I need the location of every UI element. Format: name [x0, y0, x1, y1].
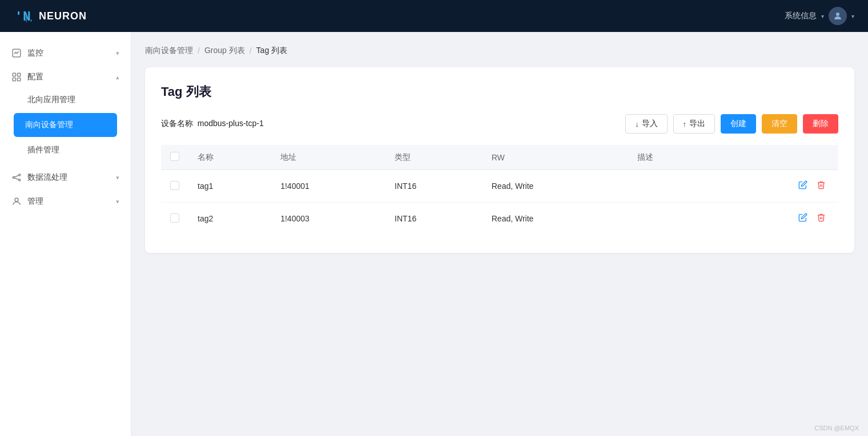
system-info-menu[interactable]: 系统信息 ▾ ▾ — [785, 7, 854, 25]
svg-point-8 — [13, 177, 14, 179]
main-content: 南向设备管理 / Group 列表 / Tag 列表 Tag 列表 设备名称 m… — [131, 32, 868, 436]
select-all-checkbox[interactable] — [170, 152, 179, 161]
row-address: 1!40001 — [271, 170, 385, 203]
col-header-address: 地址 — [271, 145, 385, 170]
row-checkbox-1[interactable] — [170, 213, 179, 223]
sidebar-label-config: 配置 — [27, 72, 43, 82]
svg-rect-4 — [13, 73, 15, 76]
sidebar-label-monitor: 监控 — [27, 48, 43, 58]
svg-rect-5 — [18, 73, 21, 76]
row-rw: Read, Write — [483, 170, 629, 203]
svg-text:|,: |, — [24, 14, 34, 22]
breadcrumb-sep-2: / — [250, 46, 252, 55]
row-name: tag2 — [188, 203, 271, 235]
row-name: tag1 — [188, 170, 271, 203]
system-info-chevron: ▾ — [821, 13, 824, 19]
breadcrumb: 南向设备管理 / Group 列表 / Tag 列表 — [145, 46, 854, 56]
toolbar: 设备名称 modbus-plus-tcp-1 ↓ 导入 ↑ 导出 创建 清空 — [161, 114, 838, 134]
col-header-type: 类型 — [385, 145, 483, 170]
svg-point-10 — [19, 179, 21, 181]
row-address: 1!40003 — [271, 203, 385, 235]
delete-button[interactable]: 删除 — [803, 114, 838, 134]
topnav: 'N |, NEURON 系统信息 ▾ ▾ — [0, 0, 868, 32]
export-button[interactable]: ↑ 导出 — [673, 114, 716, 134]
row-desc — [628, 203, 711, 235]
breadcrumb-south-device[interactable]: 南向设备管理 — [145, 46, 193, 56]
sidebar-item-manage[interactable]: 管理 ▾ — [0, 189, 131, 213]
col-header-desc: 描述 — [628, 145, 711, 170]
row-checkbox-0[interactable] — [170, 181, 179, 190]
row-rw: Read, Write — [483, 203, 629, 235]
tag-table: 名称 地址 类型 RW 描述 tag1 1!40001 INT16 Read, … — [161, 145, 838, 235]
create-button[interactable]: 创建 — [721, 114, 756, 134]
row-type: INT16 — [385, 203, 483, 235]
sidebar-label-plugin: 插件管理 — [27, 145, 59, 154]
sidebar-item-config[interactable]: 配置 ▴ — [0, 65, 131, 89]
row-actions — [712, 170, 838, 203]
svg-line-11 — [14, 175, 19, 177]
chart-icon — [11, 48, 22, 58]
col-header-name: 名称 — [188, 145, 271, 170]
delete-row-button-1[interactable] — [813, 211, 829, 227]
logo[interactable]: 'N |, NEURON — [14, 6, 87, 26]
export-icon: ↑ — [683, 120, 687, 128]
svg-point-13 — [15, 198, 18, 201]
import-icon: ↓ — [635, 120, 639, 128]
sidebar-label-dataflow: 数据流处理 — [27, 172, 67, 183]
svg-line-12 — [14, 178, 19, 180]
sidebar-item-north-app[interactable]: 北向应用管理 — [0, 89, 131, 111]
edit-button-0[interactable] — [795, 178, 811, 194]
svg-rect-7 — [18, 78, 21, 81]
manage-chevron: ▾ — [116, 198, 119, 205]
table-row: tag2 1!40003 INT16 Read, Write — [161, 203, 838, 235]
device-info: 设备名称 modbus-plus-tcp-1 — [161, 119, 264, 129]
sidebar-item-south-device[interactable]: 南向设备管理 — [14, 113, 117, 137]
import-button[interactable]: ↓ 导入 — [625, 114, 668, 134]
row-checkbox-cell — [161, 170, 188, 203]
row-type: INT16 — [385, 170, 483, 203]
user-avatar[interactable] — [829, 7, 847, 25]
sidebar-label-south-device: 南向设备管理 — [25, 120, 73, 130]
sidebar-label-manage: 管理 — [27, 196, 43, 207]
logo-text: NEURON — [39, 10, 87, 22]
col-header-actions — [712, 145, 838, 170]
breadcrumb-group-list[interactable]: Group 列表 — [204, 46, 245, 56]
device-name: modbus-plus-tcp-1 — [198, 119, 264, 128]
sidebar: 监控 ▾ 配置 ▴ 北向应用管理 南向设备管理 插件管理 — [0, 32, 131, 436]
watermark: CSDN @EMQX — [814, 425, 859, 431]
user-icon — [11, 196, 22, 207]
sidebar-item-monitor[interactable]: 监控 ▾ — [0, 41, 131, 65]
system-info-label: 系统信息 — [785, 11, 817, 21]
clear-button[interactable]: 清空 — [762, 114, 797, 134]
breadcrumb-tag-list: Tag 列表 — [256, 46, 287, 56]
config-chevron: ▴ — [116, 74, 119, 81]
flow-icon — [11, 172, 22, 183]
row-checkbox-cell — [161, 203, 188, 235]
monitor-chevron: ▾ — [116, 50, 119, 57]
sidebar-item-dataflow[interactable]: 数据流处理 ▾ — [0, 165, 131, 189]
sidebar-label-north-app: 北向应用管理 — [27, 95, 75, 104]
row-desc — [628, 170, 711, 203]
table-row: tag1 1!40001 INT16 Read, Write — [161, 170, 838, 203]
dataflow-chevron: ▾ — [116, 174, 119, 181]
user-chevron: ▾ — [851, 13, 854, 19]
breadcrumb-sep-1: / — [198, 46, 200, 55]
sidebar-item-plugin[interactable]: 插件管理 — [0, 139, 131, 161]
svg-point-2 — [836, 13, 839, 16]
edit-button-1[interactable] — [795, 211, 811, 227]
col-header-rw: RW — [483, 145, 629, 170]
tag-list-card: Tag 列表 设备名称 modbus-plus-tcp-1 ↓ 导入 ↑ 导出 … — [145, 67, 854, 253]
svg-point-9 — [19, 174, 21, 176]
config-icon — [11, 72, 22, 82]
header-checkbox-cell — [161, 145, 188, 170]
toolbar-buttons: ↓ 导入 ↑ 导出 创建 清空 删除 — [625, 114, 838, 134]
delete-row-button-0[interactable] — [813, 178, 829, 194]
device-label: 设备名称 — [161, 119, 193, 128]
row-actions — [712, 203, 838, 235]
svg-rect-6 — [13, 78, 15, 81]
page-title: Tag 列表 — [161, 83, 838, 100]
table-header-row: 名称 地址 类型 RW 描述 — [161, 145, 838, 170]
